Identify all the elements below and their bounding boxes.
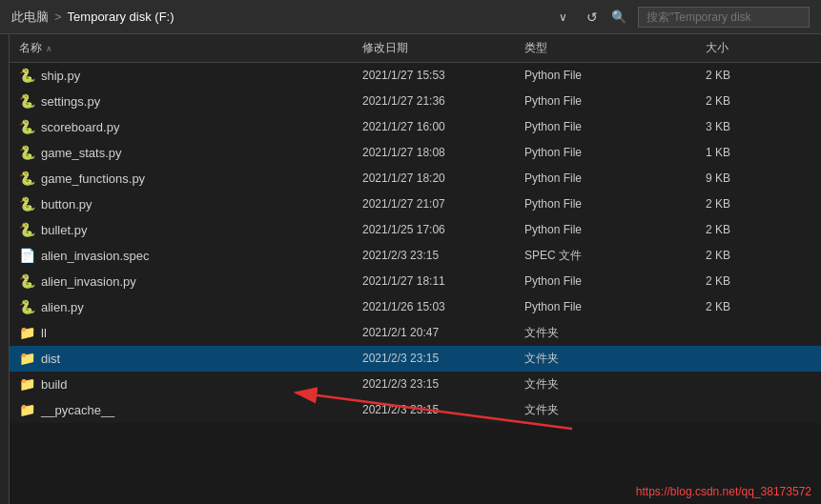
cell-type: SPEC 文件	[524, 248, 706, 264]
python-file-icon: 🐍	[19, 273, 35, 289]
watermark: https://blog.csdn.net/qq_38173572	[636, 485, 811, 498]
cell-type: Python File	[524, 274, 706, 288]
breadcrumb-separator: >	[54, 10, 62, 24]
refresh-button[interactable]: ↺	[581, 8, 604, 27]
python-file-icon: 🐍	[19, 222, 35, 237]
cell-date: 2021/1/27 18:20	[362, 171, 524, 185]
cell-size: 1 KB	[706, 146, 782, 159]
cell-size: 2 KB	[706, 69, 782, 82]
cell-name: 📄 alien_invasion.spec	[19, 248, 362, 263]
cell-date: 2021/2/3 23:15	[362, 249, 524, 262]
table-row[interactable]: 🐍 bullet.py 2021/1/25 17:06 Python File …	[10, 217, 821, 243]
cell-name: 📁 ll	[19, 325, 362, 340]
cell-name: 🐍 alien_invasion.py	[19, 273, 362, 289]
cell-name: 🐍 game_stats.py	[19, 145, 362, 160]
col-size-label: 大小	[706, 40, 729, 56]
table-row[interactable]: 📁 __pycache__ 2021/2/3 23:15 文件夹	[10, 397, 821, 423]
cell-type: 文件夹	[524, 376, 706, 393]
folder-icon: 📁	[19, 402, 35, 417]
table-row[interactable]: 📄 alien_invasion.spec 2021/2/3 23:15 SPE…	[10, 243, 821, 269]
cell-date: 2021/1/27 21:07	[362, 197, 524, 211]
table-row[interactable]: 🐍 ship.py 2021/1/27 15:53 Python File 2 …	[10, 63, 821, 89]
cell-name: 🐍 button.py	[19, 196, 362, 212]
python-file-icon: 🐍	[19, 119, 35, 134]
cell-size: 2 KB	[706, 94, 782, 108]
file-name: settings.py	[41, 94, 100, 109]
cell-type: 文件夹	[524, 351, 706, 367]
cell-size: 3 KB	[706, 120, 782, 133]
table-row[interactable]: 📁 ll 2021/2/1 20:47 文件夹	[10, 320, 821, 346]
breadcrumb-current[interactable]: Temporary disk (F:)	[68, 10, 174, 24]
cell-date: 2021/2/3 23:15	[362, 403, 524, 416]
folder-icon: 📁	[19, 351, 35, 366]
cell-type: Python File	[524, 69, 706, 82]
table-row[interactable]: 🐍 button.py 2021/1/27 21:07 Python File …	[10, 192, 821, 217]
file-name: scoreboard.py	[41, 120, 119, 134]
cell-date: 2021/1/27 21:36	[362, 94, 524, 108]
cell-size: 2 KB	[706, 249, 782, 262]
file-name: alien.py	[41, 300, 84, 314]
cell-type: Python File	[524, 197, 706, 211]
col-name-header[interactable]: 名称 ∧	[19, 40, 362, 56]
table-row[interactable]: 🐍 game_functions.py 2021/1/27 18:20 Pyth…	[10, 166, 821, 192]
col-date-header[interactable]: 修改日期	[362, 40, 524, 56]
file-name: button.py	[41, 197, 92, 212]
top-bar-controls: ∨ ↺ 🔍	[553, 7, 810, 28]
file-name: game_stats.py	[41, 146, 122, 160]
file-name: alien_invasion.py	[41, 274, 136, 289]
cell-type: Python File	[524, 223, 706, 236]
col-size-header[interactable]: 大小	[706, 40, 782, 56]
dropdown-button[interactable]: ∨	[553, 9, 573, 26]
table-row[interactable]: 🐍 alien_invasion.py 2021/1/27 18:11 Pyth…	[10, 269, 821, 294]
cell-date: 2021/1/27 18:08	[362, 146, 524, 159]
cell-name: 🐍 alien.py	[19, 299, 362, 314]
search-input[interactable]	[638, 7, 810, 28]
file-name: build	[41, 377, 67, 392]
cell-date: 2021/2/1 20:47	[362, 326, 524, 339]
cell-date: 2021/1/27 15:53	[362, 69, 524, 82]
sort-arrow-icon: ∧	[46, 44, 52, 53]
folder-icon: 📁	[19, 325, 35, 340]
cell-date: 2021/2/3 23:15	[362, 352, 524, 365]
cell-date: 2021/1/26 15:03	[362, 300, 524, 313]
table-row[interactable]: 🐍 scoreboard.py 2021/1/27 16:00 Python F…	[10, 114, 821, 140]
file-name: __pycache__	[41, 403, 114, 417]
table-row[interactable]: 📁 build 2021/2/3 23:15 文件夹	[10, 372, 821, 397]
file-name: dist	[41, 352, 60, 366]
table-row[interactable]: 🐍 alien.py 2021/1/26 15:03 Python File 2…	[10, 294, 821, 320]
cell-size: 2 KB	[706, 274, 782, 288]
table-row[interactable]: 📁 dist 2021/2/3 23:15 文件夹	[10, 346, 821, 372]
breadcrumb-root[interactable]: 此电脑	[11, 9, 49, 26]
left-panel	[0, 34, 10, 504]
python-file-icon: 🐍	[19, 145, 35, 160]
cell-size: 2 KB	[706, 223, 782, 236]
python-file-icon: 🐍	[19, 196, 35, 212]
main-panel: 名称 ∧ 修改日期 类型 大小 🐍 ship.py 2021/1/27 15	[10, 34, 821, 504]
file-name: ship.py	[41, 69, 80, 83]
top-bar: 此电脑 > Temporary disk (F:) ∨ ↺ 🔍	[0, 0, 821, 34]
cell-type: 文件夹	[524, 325, 706, 341]
table-row[interactable]: 🐍 game_stats.py 2021/1/27 18:08 Python F…	[10, 140, 821, 166]
cell-type: Python File	[524, 120, 706, 133]
table-row[interactable]: 🐍 settings.py 2021/1/27 21:36 Python Fil…	[10, 89, 821, 114]
cell-date: 2021/2/3 23:15	[362, 377, 524, 391]
cell-type: Python File	[524, 146, 706, 159]
search-icon: 🔍	[611, 10, 626, 24]
folder-icon: 📁	[19, 376, 35, 392]
cell-date: 2021/1/25 17:06	[362, 223, 524, 236]
cell-type: Python File	[524, 171, 706, 185]
column-header: 名称 ∧ 修改日期 类型 大小	[10, 34, 821, 63]
cell-type: Python File	[524, 300, 706, 313]
cell-name: 🐍 settings.py	[19, 93, 362, 109]
cell-name: 🐍 scoreboard.py	[19, 119, 362, 134]
cell-size: 2 KB	[706, 300, 782, 313]
col-type-header[interactable]: 类型	[524, 40, 706, 56]
spec-file-icon: 📄	[19, 248, 35, 263]
file-list: 🐍 ship.py 2021/1/27 15:53 Python File 2 …	[10, 63, 821, 423]
col-date-label: 修改日期	[362, 40, 408, 56]
cell-size: 2 KB	[706, 197, 782, 211]
python-file-icon: 🐍	[19, 299, 35, 314]
breadcrumb: 此电脑 > Temporary disk (F:)	[11, 9, 553, 26]
cell-name: 🐍 bullet.py	[19, 222, 362, 237]
cell-type: 文件夹	[524, 402, 706, 418]
